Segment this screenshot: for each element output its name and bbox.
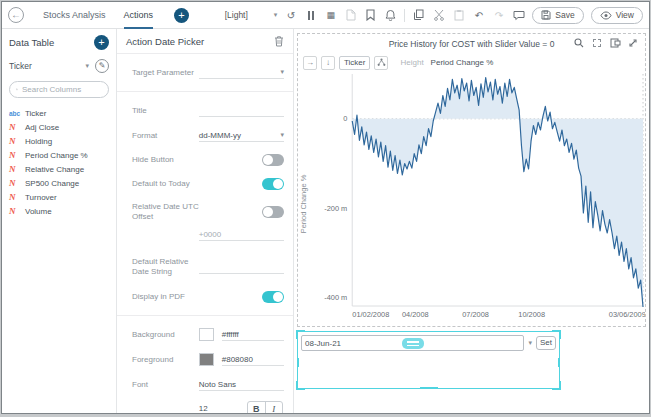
top-toolbar: ← Stocks Analysis Actions + [Light] ▾ ↺ …	[2, 2, 649, 29]
edit-table-icon[interactable]: ✎	[95, 59, 109, 73]
tab-stocks-analysis[interactable]: Stocks Analysis	[43, 2, 106, 29]
utc-offset-input[interactable]: +0000	[199, 228, 284, 241]
cut-icon[interactable]	[432, 9, 445, 22]
default-to-today-toggle[interactable]	[262, 178, 284, 190]
rubber-band-select-icon[interactable]	[591, 37, 603, 49]
slideshow-icon[interactable]: ▦	[324, 9, 337, 22]
maximize-icon[interactable]	[627, 37, 639, 49]
pause-icon[interactable]	[304, 9, 317, 22]
column-list-item[interactable]: NSP500 Change	[9, 176, 109, 190]
chevron-down-icon[interactable]: ▾	[85, 62, 89, 70]
tab-actions[interactable]: Actions	[124, 2, 154, 29]
foreground-swatch[interactable]	[199, 353, 214, 366]
data-table-panel-title: Data Table	[9, 37, 54, 48]
notifications-bell-icon[interactable]	[384, 9, 397, 22]
column-list-item[interactable]: NAdj Close	[9, 120, 109, 134]
view-button[interactable]: View	[591, 7, 643, 24]
numeric-type-icon: N	[9, 150, 25, 160]
chevron-down-icon: ▾	[280, 68, 284, 76]
chart-widget[interactable]: Price History for COST with Slider Value…	[297, 33, 646, 327]
foreground-hex-input[interactable]: #808080	[222, 353, 284, 366]
utc-offset-value: +0000	[199, 230, 221, 239]
y-axis-ticks: 0-200 m-400 m	[324, 114, 347, 302]
search-icon	[16, 85, 18, 94]
column-list-item[interactable]: NVolume	[9, 204, 109, 218]
export-file-icon	[344, 9, 357, 22]
comment-icon[interactable]	[512, 9, 525, 22]
back-icon[interactable]: ←	[8, 7, 24, 23]
background-hex-input[interactable]: #ffffff	[222, 328, 284, 341]
breadcrumb-ticker-chip[interactable]: Ticker	[339, 56, 370, 70]
paste-icon	[452, 9, 465, 22]
selection-handle[interactable]	[297, 358, 299, 367]
background-swatch[interactable]	[199, 328, 214, 341]
column-list-item[interactable]: NTurnover	[9, 190, 109, 204]
title-input[interactable]	[199, 104, 284, 117]
target-parameter-label: Target Parameter	[132, 68, 199, 78]
add-row-icon[interactable]: ↓	[321, 56, 335, 70]
toolbar-divider	[404, 9, 405, 22]
column-list-item[interactable]: abcTicker	[9, 106, 109, 120]
filter-icon[interactable]	[609, 37, 621, 49]
chevron-down-icon: ▾	[274, 11, 278, 19]
y-axis-label: Period Change %	[299, 174, 308, 233]
undo-icon[interactable]: ↶	[472, 9, 485, 22]
numeric-type-icon: N	[9, 122, 25, 132]
column-list-item[interactable]: NRelative Change	[9, 162, 109, 176]
selection-handle[interactable]	[552, 381, 561, 390]
add-hierarchy-icon[interactable]	[374, 56, 388, 70]
svg-text:01/02/2008: 01/02/2008	[352, 310, 389, 319]
bookmark-icon[interactable]	[364, 9, 377, 22]
font-label: Font	[132, 380, 199, 390]
refresh-icon[interactable]: ↺	[284, 9, 297, 22]
display-in-pdf-label: Display in PDF	[132, 292, 204, 302]
x-axis-ticks: 01/02/200804/200807/200810/200803/06/200…	[352, 310, 645, 319]
column-name: Ticker	[25, 109, 46, 118]
title-label: Title	[132, 106, 199, 116]
save-button[interactable]: Save	[532, 7, 583, 24]
hide-button-toggle[interactable]	[262, 154, 284, 166]
numeric-type-icon: N	[9, 136, 25, 146]
height-value[interactable]: Period Change %	[431, 58, 494, 67]
target-parameter-select[interactable]: ▾	[199, 66, 284, 79]
column-name: Turnover	[25, 193, 57, 202]
selection-handle[interactable]	[552, 330, 561, 339]
date-picker-widget[interactable]: 08-Jun-21 ▾ Set	[297, 331, 560, 389]
selection-handle[interactable]	[558, 358, 560, 367]
text-type-icon: abc	[9, 110, 25, 117]
italic-button[interactable]: I	[265, 402, 282, 413]
selection-handle[interactable]	[296, 381, 305, 390]
default-to-today-label: Default to Today	[132, 179, 204, 189]
column-search[interactable]	[9, 81, 109, 98]
zoom-icon[interactable]	[573, 37, 585, 49]
line-chart: Period Change % 0-200 m-400 m 01/02/2008…	[298, 74, 645, 326]
drag-handle-icon[interactable]	[402, 338, 424, 349]
background-label: Background	[132, 330, 199, 340]
display-in-pdf-toggle[interactable]	[262, 291, 284, 303]
date-input-value: 08-Jun-21	[302, 339, 341, 348]
trash-icon[interactable]	[274, 35, 284, 47]
selection-handle[interactable]	[420, 387, 438, 389]
column-list-item[interactable]: NPeriod Change %	[9, 148, 109, 162]
add-data-table-button[interactable]: +	[94, 35, 109, 50]
font-size-input[interactable]: 12	[199, 403, 237, 414]
svg-text:10/2008: 10/2008	[518, 310, 545, 319]
save-button-label: Save	[555, 10, 574, 20]
add-column-icon[interactable]: →	[303, 56, 317, 70]
chevron-down-icon[interactable]: ▾	[528, 339, 532, 347]
default-relative-date-input[interactable]	[199, 261, 284, 274]
search-columns-input[interactable]	[22, 85, 102, 94]
chart-plot-area[interactable]: Period Change % 0-200 m-400 m 01/02/2008…	[298, 74, 645, 326]
bold-button[interactable]: B	[248, 402, 265, 413]
column-name: SP500 Change	[25, 179, 79, 188]
font-family-input[interactable]: Noto Sans	[199, 378, 284, 391]
table-selector-value[interactable]: Ticker	[9, 61, 32, 71]
svg-text:04/2008: 04/2008	[402, 310, 429, 319]
format-select[interactable]: dd-MMM-yy ▾	[199, 129, 284, 142]
utc-offset-toggle[interactable]	[262, 206, 284, 218]
column-list-item[interactable]: NHolding	[9, 134, 109, 148]
date-input[interactable]: 08-Jun-21	[301, 335, 524, 351]
add-dashboard-button[interactable]: +	[174, 8, 189, 23]
copy-icon[interactable]	[412, 9, 425, 22]
theme-selector[interactable]: [Light] ▾	[225, 10, 278, 20]
